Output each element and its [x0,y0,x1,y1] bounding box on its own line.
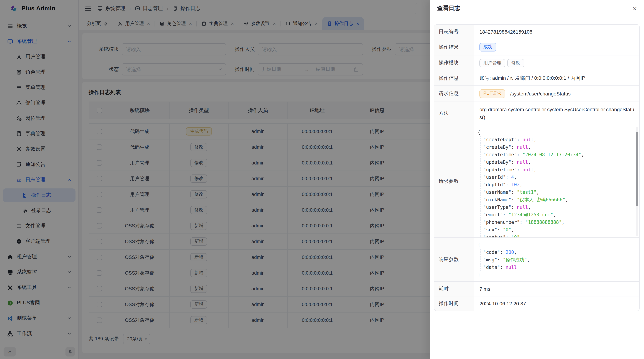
detail-row-cost: 耗时 7 ms [434,282,639,297]
scrollbar-thumb[interactable] [636,132,638,206]
close-icon[interactable]: × [633,5,637,12]
request-params-code: { "createDept": null, "createBy": null, … [474,125,639,238]
detail-row-log-id: 日志编号 1842781986426159106 [434,25,639,39]
drawer-header: 查看日志 × [430,0,644,17]
detail-row-result: 操作结果 成功 [434,39,639,55]
json-code: { "code": 200, "msg": "操作成功", "data": nu… [474,238,639,279]
detail-row-response-params: 响应参数 { "code": 200, "msg": "操作成功", "data… [434,238,639,282]
app-root: Plus Admin 概览 系统管理 用户管理 角色管理 [0,0,644,359]
detail-row-module: 操作模块 用户管理 修改 [434,55,639,71]
result-tag: 成功 [480,43,496,51]
log-id-value: 1842781986426159106 [474,25,639,39]
view-log-drawer: 查看日志 × 日志编号 1842781986426159106 操作结果 成功 … [430,0,644,359]
detail-row-request: 请求信息 PUT请求 /system/user/changeStatus [434,86,639,102]
response-params-code: { "code": 200, "msg": "操作成功", "data": nu… [474,238,639,282]
detail-row-info: 操作信息 账号: admin / 研发部门 / 0:0:0:0:0:0:0:1 … [434,71,639,86]
indent-guide [480,136,481,238]
json-code: { "createDept": null, "createBy": null, … [474,125,639,238]
drawer-title: 查看日志 [437,5,460,12]
request-url: /system/user/changeStatus [510,91,571,96]
module-tag: 修改 [507,59,524,67]
detail-row-method: 方法 org.dromara.system.controller.system.… [434,102,639,125]
log-detail-table: 日志编号 1842781986426159106 操作结果 成功 操作模块 用户… [434,24,640,311]
indent-guide [480,249,481,271]
http-method-tag: PUT请求 [480,90,505,98]
detail-row-request-params: 请求参数 { "createDept": null, "createBy": n… [434,125,639,238]
detail-row-time: 操作时间 2024-10-06 12:20:37 [434,297,639,311]
module-tag: 用户管理 [480,59,505,67]
